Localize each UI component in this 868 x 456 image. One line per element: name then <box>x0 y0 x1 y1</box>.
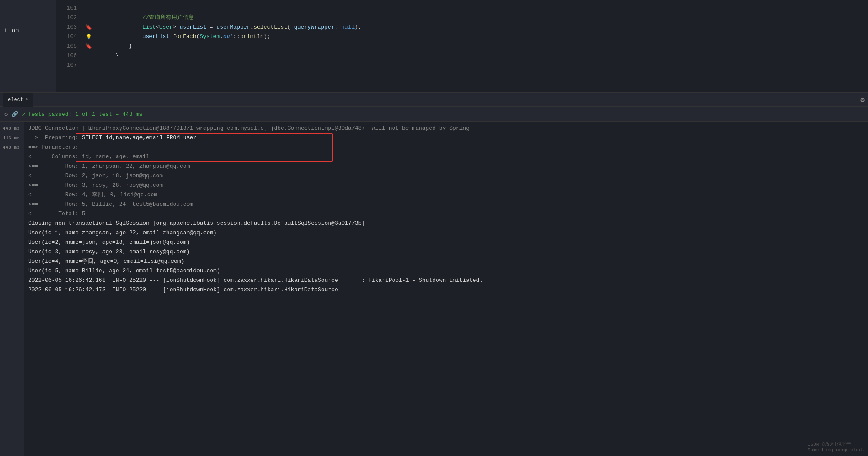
console-line-row3: <== Row: 3, rosy, 28, rosy@qq.com <box>28 181 864 190</box>
gutter-102 <box>82 13 95 22</box>
console-highlighted-section: ==> Preparing: SELECT id,name,age,email … <box>28 133 864 152</box>
watermark: CSDN @放入|似乎于 Something completed. <box>808 441 865 453</box>
editor-gutter: 🔖 💡 🔖 <box>82 0 95 92</box>
sidebar-label: tion <box>4 27 19 34</box>
bottom-panel: elect × ⚙ ⎋ 🔗 ✓ Tests passed: 1 of 1 tes… <box>0 93 868 456</box>
tab-label: elect <box>8 97 23 103</box>
watermark-line2: Something completed. <box>808 447 865 453</box>
test-status-text: Tests passed: 1 of 1 test – 443 ms <box>28 111 143 118</box>
console-line-user2: User(id=2, name=json, age=18, email=json… <box>28 238 864 247</box>
watermark-line1: CSDN @放入|似乎于 <box>808 441 865 447</box>
code-line-104: userList.forEach(System.out::println); <box>95 32 868 41</box>
gutter-107 <box>82 61 95 70</box>
console-line-user5: User(id=5, name=Billie, age=24, email=te… <box>28 266 864 276</box>
link-icon[interactable]: 🔗 <box>11 111 18 118</box>
gutter-104: 💡 <box>82 32 95 41</box>
tab-elect[interactable]: elect × <box>3 93 33 107</box>
line-num-105: 105 <box>56 41 77 51</box>
code-line-103: List<User> userList = userMapper.selectL… <box>95 22 868 32</box>
gutter-106 <box>82 51 95 61</box>
time-column: 443 ms 443 ms 443 ms <box>0 122 24 456</box>
line-num-101: 101 <box>56 3 77 13</box>
console-line-parameters: ==> Parameters: <box>28 143 864 152</box>
console-line-jdbc: JDBC Connection [HikariProxyConnection@1… <box>28 124 864 133</box>
line-num-102: 102 <box>56 13 77 22</box>
code-line-107 <box>95 61 868 70</box>
console-line-row5: <== Row: 5, Billie, 24, test5@baomidou.c… <box>28 200 864 209</box>
code-content[interactable]: //查询所有用户信息 List<User> userList = userMap… <box>95 0 868 92</box>
line-num-107: 107 <box>56 61 77 70</box>
gutter-105: 🔖 <box>82 41 95 51</box>
bookmark-icon-105: 🔖 <box>86 43 92 50</box>
code-line-101 <box>95 3 868 13</box>
line-num-106: 106 <box>56 51 77 61</box>
tab-close-button[interactable]: × <box>26 97 29 102</box>
line-num-103: 103 <box>56 22 77 32</box>
code-line-105: } <box>95 41 868 51</box>
bookmark-icon-103: 🔖 <box>86 24 92 31</box>
console-line-user1: User(id=1, name=zhangsan, age=22, email=… <box>28 228 864 238</box>
console-line-info2: 2022-06-05 16:26:42.173 INFO 25220 --- [… <box>28 285 864 295</box>
console-line-total: <== Total: 5 <box>28 209 864 219</box>
line-num-104: 104 <box>56 32 77 41</box>
time-row-2: 443 ms <box>0 133 24 143</box>
console-line-info1: 2022-06-05 16:26:42.168 INFO 25220 --- [… <box>28 276 864 285</box>
tab-bar: elect × ⚙ <box>0 93 868 107</box>
code-editor: tion 101 102 103 104 105 106 107 🔖 💡 🔖 <box>0 0 868 93</box>
bulb-icon-104[interactable]: 💡 <box>86 34 92 40</box>
sidebar-partial: tion <box>0 0 56 92</box>
console-line-closing: Closing non transactional SqlSession [or… <box>28 219 864 228</box>
gutter-103: 🔖 <box>82 22 95 32</box>
console-line-columns: <== Columns: id, name, age, email <box>28 152 864 162</box>
console-output[interactable]: JDBC Connection [HikariProxyConnection@1… <box>24 122 868 456</box>
console-line-preparing: ==> Preparing: SELECT id,name,age,email … <box>28 133 864 143</box>
time-row-3: 443 ms <box>0 143 24 152</box>
test-status: ✓ Tests passed: 1 of 1 test – 443 ms <box>22 111 143 118</box>
console-line-user4: User(id=4, name=李四, age=0, email=lisi@qq… <box>28 257 864 266</box>
console-line-row2: <== Row: 2, json, 18, json@qq.com <box>28 171 864 181</box>
console-line-row4: <== Row: 4, 李四, 0, lisi@qq.com <box>28 190 864 200</box>
console-line-user3: User(id=3, name=rosy, age=28, email=rosy… <box>28 247 864 257</box>
toolbar: ⎋ 🔗 ✓ Tests passed: 1 of 1 test – 443 ms <box>0 107 868 122</box>
expand-icon[interactable]: ⎋ <box>4 111 8 118</box>
console-area: 443 ms 443 ms 443 ms JDBC Connection [Hi… <box>0 122 868 456</box>
gutter-101 <box>82 3 95 13</box>
time-row-1: 443 ms <box>0 124 24 133</box>
line-numbers: 101 102 103 104 105 106 107 <box>56 0 82 92</box>
console-line-row1: <== Row: 1, zhangsan, 22, zhangsan@qq.co… <box>28 162 864 171</box>
settings-icon[interactable]: ⚙ <box>860 96 865 104</box>
code-line-106: } <box>95 51 868 61</box>
check-icon: ✓ <box>22 111 25 118</box>
code-line-102: //查询所有用户信息 <box>95 13 868 22</box>
